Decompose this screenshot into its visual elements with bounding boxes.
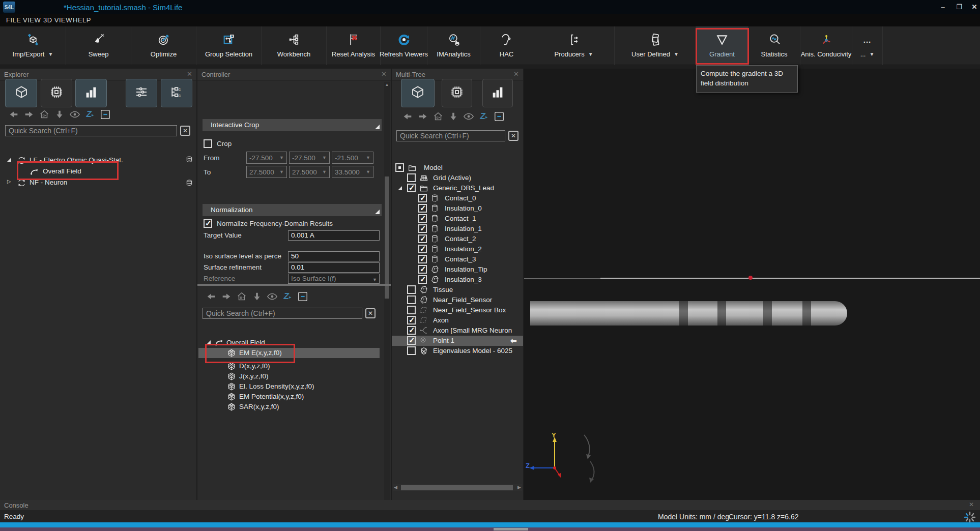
chevron-down-icon[interactable]: ▼ xyxy=(869,51,874,57)
explorer-tab-pipeline[interactable]: cc xyxy=(161,79,192,107)
crop-from-z-field[interactable]: -21.500▼ xyxy=(332,152,373,164)
multitree-item-insulation-3[interactable]: Insulation_3 xyxy=(392,275,523,285)
console-header[interactable]: Console ✕ xyxy=(0,500,980,510)
toolbar-button-workbench[interactable]: Workbench xyxy=(262,26,327,65)
chevron-down-icon[interactable]: ▼ xyxy=(674,51,679,57)
controller-search-clear-icon[interactable]: ✕ xyxy=(365,308,376,318)
explorer-close-icon[interactable]: ✕ xyxy=(187,70,192,78)
toolbar-button-refresh-viewers[interactable]: Refresh Viewers xyxy=(381,26,427,65)
jump-back-arrow-icon[interactable]: ⬅ xyxy=(510,336,517,345)
toolbar-button-user-defined[interactable]: User Defined▼ xyxy=(615,26,696,65)
multitree-item-insulation-1[interactable]: Insulation_1 xyxy=(392,224,523,234)
visibility-checkbox[interactable] xyxy=(418,224,427,233)
multitree-item-axon-small-mrg-neuron[interactable]: Axon [Small MRG Neuron xyxy=(392,326,523,336)
bottom-scroll-thumb[interactable] xyxy=(494,528,528,530)
forward-arrow-icon[interactable] xyxy=(21,109,37,120)
point-1-marker[interactable] xyxy=(748,276,753,280)
multitree-item-insulation-0[interactable]: Insulation_0 xyxy=(392,203,523,214)
visibility-checkbox[interactable] xyxy=(407,346,416,355)
explorer-tab-options[interactable] xyxy=(126,79,157,107)
multitree-item-near-field-sensor[interactable]: Near_Field_Sensor xyxy=(392,295,523,305)
home-icon[interactable] xyxy=(37,109,52,120)
chevron-down-icon[interactable]: ▼ xyxy=(588,51,593,57)
minus-box-icon[interactable] xyxy=(492,111,507,122)
menu-3d-view[interactable]: 3D VIEW xyxy=(43,16,72,24)
crop-from-x-field[interactable]: -27.500▼ xyxy=(246,152,287,164)
visibility-checkbox[interactable] xyxy=(418,194,427,202)
back-arrow-icon[interactable] xyxy=(204,291,219,302)
crop-checkbox[interactable] xyxy=(204,139,212,148)
menu-help[interactable]: HELP xyxy=(73,16,91,24)
toolbar-button-imp-export[interactable]: Imp/Export▼ xyxy=(0,26,66,65)
minimize-button[interactable]: – xyxy=(937,3,948,11)
toolbar-button-group-selection[interactable]: Group Selection xyxy=(196,26,262,65)
controller-close-icon[interactable]: ✕ xyxy=(381,70,387,78)
visibility-checkbox[interactable] xyxy=(418,204,427,213)
maximize-button[interactable]: ❐ xyxy=(954,3,965,11)
result-item-j-x-y-z-f0-[interactable]: J(x,y,z,f0) xyxy=(198,371,380,381)
menu-view[interactable]: VIEW xyxy=(23,16,41,24)
z-order-icon[interactable]: Z▸ xyxy=(476,111,492,122)
crop-to-y-field[interactable]: 27.5000▼ xyxy=(289,166,330,178)
visibility-checkbox[interactable] xyxy=(418,265,427,274)
controller-search-input[interactable] xyxy=(203,308,362,319)
explorer-tab-model[interactable] xyxy=(5,79,37,107)
scroll-left-icon[interactable]: ◀ xyxy=(394,485,397,490)
visibility-checkbox[interactable] xyxy=(407,336,416,345)
eye-icon[interactable] xyxy=(67,109,82,120)
expander-open-icon[interactable] xyxy=(7,158,11,162)
visibility-checkbox[interactable] xyxy=(407,306,416,314)
visibility-checkbox[interactable] xyxy=(407,316,416,324)
normalize-checkbox[interactable] xyxy=(204,219,212,228)
multitree-item-insulation-2[interactable]: Insulation_2 xyxy=(392,244,523,254)
eye-icon[interactable] xyxy=(461,111,476,122)
multitree-hscrollbar[interactable]: ◀ ▶ xyxy=(393,484,522,491)
multitree-tab-analysis[interactable] xyxy=(482,79,513,107)
visibility-checkbox[interactable] xyxy=(407,184,416,192)
toolbar-button-imanalytics[interactable]: IMAnalytics xyxy=(427,26,480,65)
multitree-item-generic-dbs-lead[interactable]: Generic_DBS_Lead xyxy=(392,183,523,193)
toolbar-button-sweep[interactable]: Sweep xyxy=(66,26,131,65)
target-value-field[interactable]: 0.001 A xyxy=(288,230,380,241)
controller-splitter[interactable] xyxy=(197,284,391,286)
visibility-checkbox[interactable] xyxy=(418,275,427,284)
interactive-crop-header[interactable]: Interactive Crop xyxy=(203,119,382,131)
close-button[interactable]: ✕ xyxy=(969,3,980,11)
multitree-item-eigenvalues-model-6025[interactable]: Eigenvalues Model - 6025 xyxy=(392,346,523,356)
home-icon[interactable] xyxy=(430,111,446,122)
z-order-icon[interactable]: Z▸ xyxy=(280,291,295,302)
toolbar-button-optimize[interactable]: Optimize xyxy=(131,26,196,65)
multitree-item-grid-active-[interactable]: Grid (Active) xyxy=(392,173,523,183)
iso-level-field[interactable]: 50 xyxy=(288,251,380,261)
result-item-sar-x-y-z-f0-[interactable]: SAR(x,y,z,f0) xyxy=(198,402,380,412)
result-item-em-potential-x-y-z-f0-[interactable]: EM Potential(x,y,z,f0) xyxy=(198,392,380,402)
toolbar-button-statistics[interactable]: Statistics xyxy=(748,26,800,65)
visibility-checkbox[interactable] xyxy=(407,173,416,182)
multitree-item-contact-0[interactable]: Contact_0 xyxy=(392,193,523,203)
multitree-item-contact-2[interactable]: Contact_2 xyxy=(392,234,523,244)
minus-box-icon[interactable] xyxy=(98,109,113,120)
down-arrow-icon[interactable] xyxy=(52,109,67,120)
visibility-checkbox[interactable] xyxy=(418,255,427,263)
toolbar-button-hac[interactable]: HAC xyxy=(480,26,533,65)
surface-refinement-field[interactable]: 0.01 xyxy=(288,262,380,273)
multitree-item-insulation-tip[interactable]: Insulation_Tip xyxy=(392,264,523,275)
multitree-item-near-field-sensor-box[interactable]: Near_Field_Sensor Box xyxy=(392,305,523,315)
visibility-checkbox[interactable] xyxy=(407,296,416,304)
visibility-checkbox[interactable] xyxy=(418,245,427,253)
multitree-item-model[interactable]: Model xyxy=(392,163,523,173)
explorer-search-input[interactable] xyxy=(5,125,177,136)
multitree-search-input[interactable] xyxy=(396,130,505,141)
explorer-tab-analysis[interactable] xyxy=(75,79,107,107)
multitree-item-point-1[interactable]: Point 1⬅ xyxy=(392,336,523,346)
multitree-item-tissue[interactable]: Tissue xyxy=(392,285,523,295)
console-close-icon[interactable]: ✕ xyxy=(969,501,974,508)
forward-arrow-icon[interactable] xyxy=(219,291,234,302)
explorer-tab-simulation[interactable] xyxy=(41,79,72,107)
toolbar-button-anis-conducivity[interactable]: Anis. Conducivity xyxy=(800,26,852,65)
crop-to-z-field[interactable]: 33.5000▼ xyxy=(332,166,373,178)
scroll-up-icon[interactable]: ▲ xyxy=(384,82,390,88)
multitree-item-contact-3[interactable]: Contact_3 xyxy=(392,254,523,264)
eye-icon[interactable] xyxy=(265,291,280,302)
home-icon[interactable] xyxy=(234,291,249,302)
